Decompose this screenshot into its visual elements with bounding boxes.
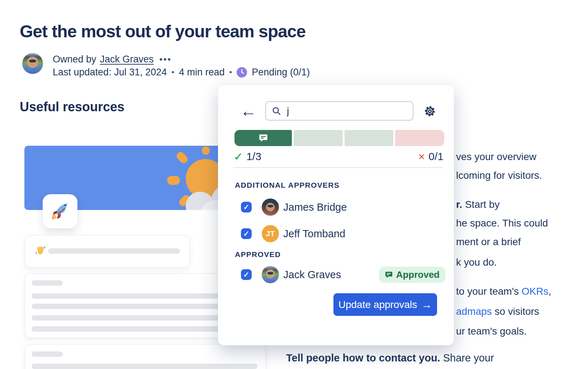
progress-segment-approved[interactable] xyxy=(234,130,292,146)
checkbox-checked[interactable]: ✓ xyxy=(241,202,252,212)
skeleton-card xyxy=(25,344,266,369)
page: Get the most out of your team space Owne… xyxy=(0,0,588,369)
article-text: Share your xyxy=(440,352,494,364)
update-approvals-button[interactable]: Update approvals → xyxy=(333,293,437,316)
sun-ray xyxy=(202,146,210,155)
approver-row-jack-graves[interactable]: ✓ Jack Graves Approved xyxy=(241,266,445,284)
badge-label: Approved xyxy=(396,269,440,280)
article-text-fragment: he space. This could xyxy=(456,216,548,230)
approvals-popup: ← xyxy=(218,85,454,345)
owner-link[interactable]: Jack Graves xyxy=(100,54,154,65)
comment-icon xyxy=(385,271,393,279)
article-text: k you do. xyxy=(456,257,497,268)
back-arrow-icon: ← xyxy=(240,101,257,121)
skeleton-title-bar xyxy=(32,351,63,357)
section-heading: Useful resources xyxy=(20,99,124,115)
pending-clock-icon xyxy=(237,67,247,78)
approver-name: James Bridge xyxy=(283,201,347,213)
owned-by-label: Owned by xyxy=(53,54,96,65)
contact-paragraph: Tell people how to contact you. Share yo… xyxy=(286,351,494,365)
skeleton-title-bar xyxy=(32,280,63,286)
button-label: Update approvals xyxy=(338,299,417,310)
okrs-link[interactable]: OKRs xyxy=(522,286,549,297)
additional-approvers-heading: ADDITIONAL APPROVERS xyxy=(235,181,340,190)
article-text: ves your overview xyxy=(456,151,536,162)
approved-status-badge: Approved xyxy=(379,267,445,283)
check-icon: ✓ xyxy=(234,150,243,163)
article-text-fragment: lcoming for visitors. xyxy=(456,168,542,183)
space-logo-tile xyxy=(43,194,77,228)
avatar: JT xyxy=(262,225,279,242)
article-text: Start by xyxy=(462,199,499,210)
approved-heading: APPROVED xyxy=(235,250,281,259)
skeleton-card xyxy=(25,235,190,267)
approver-name: Jeff Tomband xyxy=(283,228,345,240)
gear-icon xyxy=(424,104,436,118)
comment-icon xyxy=(259,133,268,143)
divider xyxy=(234,167,444,168)
article-text: to your team's xyxy=(456,286,522,297)
article-text-fragment: to your team's OKRs, xyxy=(456,284,551,299)
avatar xyxy=(262,266,279,283)
sun-ray xyxy=(167,176,180,185)
article-text-fragment: admaps so visitors xyxy=(456,304,539,319)
approver-name: Jack Graves xyxy=(283,269,341,281)
article-text: he space. This could xyxy=(456,218,548,229)
arrow-right-icon: → xyxy=(421,299,432,311)
declined-count: × 0/1 xyxy=(418,150,444,163)
wave-emoji-icon xyxy=(35,246,46,256)
approver-row-james-bridge[interactable]: ✓ James Bridge xyxy=(241,198,445,216)
owner-avatar[interactable] xyxy=(22,53,43,74)
skeleton-text-bar xyxy=(48,248,180,254)
sun-ray xyxy=(175,150,189,165)
declined-ratio: 0/1 xyxy=(428,150,444,163)
approved-ratio: 1/3 xyxy=(246,150,261,163)
settings-button[interactable] xyxy=(422,103,438,120)
more-menu-icon[interactable]: ••• xyxy=(160,54,172,64)
search-icon xyxy=(271,106,282,116)
approved-count: ✓ 1/3 xyxy=(234,150,261,163)
progress-segment-pending[interactable] xyxy=(294,130,343,146)
article-text: ment or a brief xyxy=(456,236,521,247)
approval-counts-row: ✓ 1/3 × 0/1 xyxy=(234,150,444,163)
approval-status-badge[interactable]: Pending (0/1) xyxy=(252,67,310,78)
checkbox-checked[interactable]: ✓ xyxy=(241,228,252,239)
skeleton-text-bar xyxy=(32,364,257,369)
checkbox-checked[interactable]: ✓ xyxy=(241,269,252,280)
progress-segment-pending[interactable] xyxy=(345,130,394,146)
article-text-bold: r. xyxy=(456,199,462,210)
article-text-fragment: k you do. xyxy=(456,255,497,270)
dot-separator: • xyxy=(171,67,174,77)
byline-meta-row: Last updated: Jul 31, 2024 • 4 min read … xyxy=(53,66,310,78)
approver-row-jeff-tomband[interactable]: ✓ JT Jeff Tomband xyxy=(241,225,445,243)
article-text: , xyxy=(548,286,551,297)
article-text: ur team's goals. xyxy=(456,326,527,337)
article-text-fragment: ves your overview xyxy=(456,150,536,164)
approver-search-box xyxy=(265,101,413,121)
last-updated-label: Last updated: Jul 31, 2024 xyxy=(53,67,167,78)
progress-segment-declined[interactable] xyxy=(395,130,444,146)
cross-icon: × xyxy=(418,150,425,163)
article-text: so visitors xyxy=(492,306,539,317)
page-title: Get the most out of your team space xyxy=(20,22,305,41)
article-text-fragment: r. Start by xyxy=(456,197,499,212)
article-text-fragment: ment or a brief xyxy=(456,235,521,249)
dot-separator: • xyxy=(229,67,232,77)
roadmaps-link[interactable]: admaps xyxy=(456,306,492,317)
article-text-fragment: ur team's goals. xyxy=(456,324,527,338)
article-text-bold: Tell people how to contact you. xyxy=(286,352,440,364)
avatar xyxy=(262,198,279,216)
read-time-label: 4 min read xyxy=(179,67,225,78)
article-text: lcoming for visitors. xyxy=(456,170,542,181)
byline-owner-row: Owned by Jack Graves ••• xyxy=(53,54,172,65)
approval-progress-bar xyxy=(234,130,444,146)
back-button[interactable]: ← xyxy=(238,101,259,121)
search-input[interactable] xyxy=(286,105,413,117)
rocket-icon xyxy=(50,201,71,222)
